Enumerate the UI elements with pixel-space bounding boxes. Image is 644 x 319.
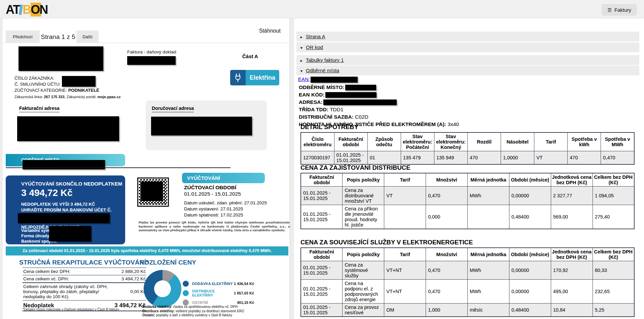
table-cell: MWh: [468, 280, 509, 304]
legend-value: 401,15 Kč: [237, 301, 254, 305]
prev-page-button[interactable]: Předchozí: [6, 31, 40, 43]
detail-label: ODBĚRNÉ MÍSTO:: [299, 84, 345, 90]
commodity-badge: Elektřina: [230, 70, 279, 85]
footnote-text: veškeré poplatky za distribuci stanovené…: [175, 309, 244, 313]
table-cell: 1,000: [426, 304, 468, 317]
legend-label: DODÁVKA ELEKTŘINY: [192, 282, 234, 286]
redaction-box: [127, 56, 176, 65]
table-header-row: Fakturační obdobíPopis položkyTarifMnožs…: [301, 248, 634, 261]
column-header: Tarif: [534, 132, 568, 151]
section-strana-a[interactable]: ►Strana A: [296, 32, 639, 41]
payment-form-label: Forma úhrady:: [21, 234, 51, 238]
menu-icon: ☰: [607, 7, 612, 13]
column-header: Celkem bez DPH (Kč): [593, 248, 634, 261]
billing-address-section: Fakturační adresa: [19, 105, 60, 112]
legend-value: 1 436,54 Kč: [234, 282, 254, 286]
table-cell: 10,84: [551, 304, 593, 317]
due-date-line: Datum splatnosti: 17.02.2025: [184, 212, 243, 217]
column-header: Období (měsíce): [509, 173, 551, 187]
legend-swatch: [183, 290, 189, 296]
invoice-doc-label: Faktura - daňový doklad:: [127, 49, 177, 54]
portal-label: , Zákaznický portál:: [65, 95, 98, 99]
table-cell: 0,470: [426, 187, 468, 205]
atbon-logo: ATBON: [6, 3, 47, 17]
column-header: Fakturační období: [301, 248, 343, 261]
section-odberne-mista[interactable]: ▼Odběrné místa: [296, 66, 639, 75]
table-cell: 01.01.2025 - 15.01.2025: [301, 280, 343, 304]
page-indicator: Strana 1 z 5: [40, 31, 76, 43]
detail-line: EAN KÓD:: [299, 91, 459, 98]
detail-label: ADRESA:: [299, 99, 323, 105]
logo-text-at: AT: [6, 3, 20, 16]
section-label: QR kod: [306, 44, 323, 50]
legend-label: OSTATNÍ: [192, 301, 237, 305]
redaction-box: [345, 85, 376, 90]
collapsed-arrow-icon: ►: [300, 56, 306, 66]
faktury-button[interactable]: ☰Faktury: [602, 4, 637, 15]
legend-item: DODÁVKA ELEKTŘINY 1 436,54 Kč: [183, 280, 254, 287]
table-row: 01.01.2025 - 15.01.2025Cena za provoz ne…: [301, 304, 634, 317]
delivery-address-label: Doručovací adresa: [152, 106, 194, 112]
recap-row-label: Celkem zahrnuté úhrady (zálohy vč. DPH, …: [23, 284, 112, 299]
column-header: Tarif: [384, 173, 426, 187]
table-cell: VT+NT: [384, 280, 426, 304]
table-cell: Cena za distribuované množství VT: [343, 187, 384, 205]
balance-result-box: VYÚČTOVÁNÍ SKONČILO NEDOPLATKEM 3 494,72…: [6, 175, 125, 244]
price-breakdown-title: ROZLOŽENÍ CENY: [140, 259, 196, 266]
section-qr-kod[interactable]: ▼QR kod: [296, 42, 639, 52]
column-header: Popis položky: [343, 173, 384, 187]
table-header-row: Fakturační obdobíPopis položkyTarifMnožs…: [301, 173, 634, 187]
table-cell: [384, 205, 426, 229]
detail-value: C02D: [355, 114, 368, 120]
legend-item: DISTRIBUCE ELEKTŘINY 1 657,03 Kč: [183, 290, 254, 296]
next-page-button[interactable]: Další: [76, 31, 99, 43]
column-header: Násobitel: [501, 132, 534, 151]
balance-title: VYÚČTOVÁNÍ SKONČILO NEDOPLATKEM: [21, 181, 122, 187]
legend-value: 1 657,03 Kč: [234, 291, 254, 295]
legend-swatch: [183, 281, 189, 287]
logo-text-b: B: [23, 3, 31, 16]
table-cell: 495,00: [551, 280, 593, 304]
column-header: Stav elektroměru: Počáteční: [401, 132, 434, 151]
footnote-text: poplatky a daň z elektřiny uvedeny v čás…: [155, 313, 232, 317]
table-cell: 01.01.2025 - 15.01.2025: [301, 187, 343, 205]
billing-category-label: ZÚČTOVACÍ KATEGORIE:: [14, 88, 68, 93]
section-tabulky-faktury[interactable]: ►Tabulky faktury 1: [296, 55, 639, 65]
table-cell: 1270030197: [301, 151, 334, 165]
table-cell: 275,40: [593, 205, 634, 229]
distribution-table-title: CENA ZA ZAJIŠŤOVÁNÍ DISTRIBUCE: [300, 164, 410, 171]
billing-period-value: 01.01.2025 - 15.01.2025: [184, 191, 241, 197]
redaction-box: [18, 213, 110, 223]
column-header: Měrná jednotka: [468, 248, 509, 261]
billing-address-label: Fakturační adresa: [19, 106, 60, 112]
recap-table: Cena celkem bez DPH: 2 888,20 Kč Cena ce…: [23, 268, 146, 311]
table-cell: 01.01.2025 - 15.01.2025: [334, 151, 367, 165]
table-cell: Cena na podporu el. z podporovaných zdro…: [343, 280, 384, 304]
table-cell: 01.01.2025 - 15.01.2025: [301, 261, 343, 280]
balance-amount: 3 494,72 Kč: [21, 188, 73, 198]
redaction-box: [19, 46, 103, 71]
portal-address: moje.ppas.cz: [97, 95, 120, 99]
table-header-row: Číslo elektroměruFakturační obdobíZpůsob…: [301, 132, 634, 151]
column-header: Fakturační období: [301, 173, 343, 187]
table-cell: 0,470: [426, 261, 468, 280]
invoice-viewer-pane: Stáhnout Předchozí Strana 1 z 5 Další Fa…: [3, 18, 290, 319]
column-header: Fakturační období: [334, 132, 367, 151]
recap-row-value: 3 494,72 Kč: [121, 276, 146, 281]
redaction-box: [141, 182, 163, 201]
table-row: 01.01.2025 - 15.01.2025Cena za příkon dl…: [301, 205, 634, 229]
recap-footnote: *Detailní rozpis naleznete v Daňové reka…: [23, 308, 119, 311]
ean-link[interactable]: EAN:: [298, 76, 310, 82]
table-row: 01.01.2025 - 15.01.2025Cena za distribuo…: [301, 187, 634, 205]
customer-contact-line: Zákaznická linka: 267 175 333, Zákaznick…: [14, 95, 121, 99]
supply-point-details: ODBĚRNÉ MÍSTO: EAN KÓD: ADRESA: TŘÍDA TD…: [299, 84, 459, 128]
ean-line: EAN:: [298, 76, 358, 83]
hotline-label: Zákaznická linka:: [14, 95, 44, 99]
recap-row-label: Cena celkem vč. DPH:: [23, 276, 69, 281]
plug-icon: [230, 70, 246, 85]
section-divider: [6, 167, 230, 168]
column-header: Spotřeba v MWh: [601, 132, 634, 151]
redaction-box: [49, 226, 91, 241]
logo-text-on: ON: [31, 3, 47, 16]
download-button[interactable]: Stáhnout: [259, 28, 281, 34]
